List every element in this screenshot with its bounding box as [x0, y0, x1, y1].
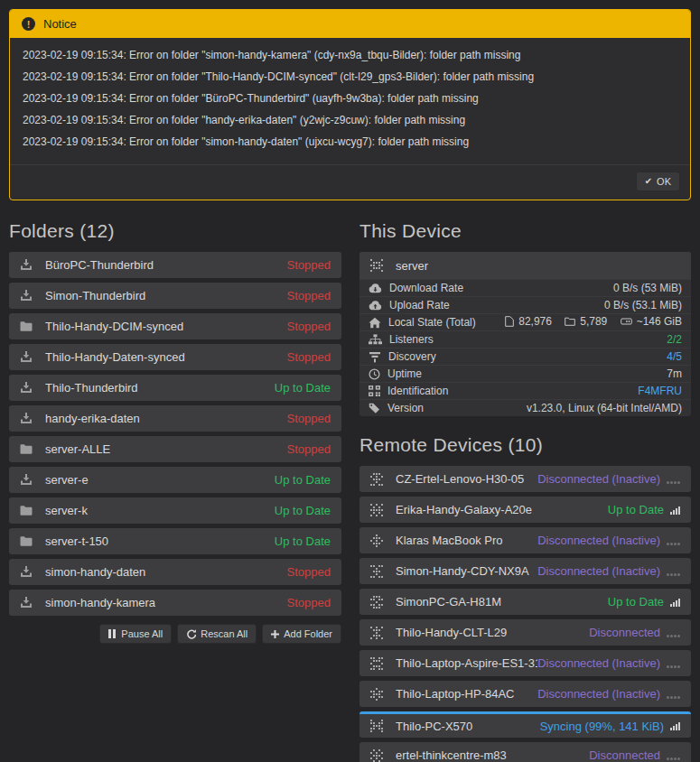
remote-device-row[interactable]: Simon-Handy-CDY-NX9A Disconnected (Inact… [359, 558, 691, 584]
ok-button-label: OK [657, 176, 671, 187]
folder-status: Stopped [287, 289, 331, 302]
remote-device-row[interactable]: SimonPC-GA-H81M Up to Date [359, 589, 691, 615]
row-label: Uptime [387, 367, 422, 380]
notice-title: Notice [43, 17, 77, 31]
pause-icon [108, 629, 117, 638]
remote-device-row[interactable]: Thilo-PC-X570 Syncing (99%, 141 KiB) [359, 711, 691, 738]
discovery-icon [369, 351, 381, 363]
signal-strength-icon [667, 475, 680, 484]
folder-type-icon [20, 259, 33, 271]
local-state-value: 82,976 5,789 ~146 GiB [495, 315, 682, 330]
remote-device-row[interactable]: Klaras MacBook Pro Disconnected (Inactiv… [359, 527, 691, 553]
folder-status: Stopped [287, 258, 331, 272]
notice-message: 2023-02-19 09:15:34: Error on folder "si… [23, 137, 677, 147]
folder-name: server-e [45, 473, 275, 487]
check-icon: ✔ [645, 177, 652, 186]
rescan-all-button[interactable]: Rescan All [177, 624, 257, 644]
remote-device-row[interactable]: CZ-Ertel-Lenovo-H30-05 Disconnected (Ina… [359, 466, 691, 492]
pause-all-button[interactable]: Pause All [99, 624, 172, 644]
device-name: Thilo-Laptop-HP-84AC [396, 687, 537, 701]
folder-row[interactable]: Simon-Thunderbird Stopped [9, 283, 341, 309]
local-state-size: ~146 GiB [637, 315, 682, 328]
qrcode-icon [369, 386, 380, 396]
device-info-row: Upload Rate 0 B/s (53.1 MiB) [359, 296, 691, 313]
device-identicon [370, 749, 383, 762]
folder-row[interactable]: Thilo-Handy-DCIM-synced Stopped [9, 313, 341, 339]
row-value: 0 B/s (53 MiB) [613, 282, 682, 294]
folder-name: server-t-150 [45, 534, 275, 548]
row-value: F4MFRU [638, 385, 682, 397]
notice-header: ! Notice [10, 10, 690, 38]
folder-row[interactable]: server-k Up to Date [9, 497, 341, 524]
device-identicon [370, 596, 383, 609]
device-name: ertel-thinkcentre-m83 [396, 748, 589, 762]
remote-device-row[interactable]: ertel-thinkcentre-m83 Disconnected [359, 742, 691, 762]
remote-devices-heading: Remote Devices (10) [359, 434, 691, 456]
local-state-files: 82,976 [518, 315, 552, 328]
device-status: Disconnected [589, 626, 660, 639]
folder-status: Stopped [287, 350, 331, 364]
folder-row[interactable]: server-e Up to Date [9, 467, 341, 493]
notice-ok-button[interactable]: ✔ OK [636, 172, 680, 191]
row-label: Listeners [389, 333, 434, 346]
folder-status: Stopped [287, 320, 331, 333]
device-status: Up to Date [608, 503, 664, 516]
notice-message: 2023-02-19 09:15:34: Error on folder "Th… [23, 72, 677, 82]
device-identicon [370, 657, 383, 670]
signal-strength-icon [667, 659, 680, 668]
folder-row[interactable]: simon-handy-daten Stopped [9, 559, 341, 585]
folder-row[interactable]: handy-erika-daten Stopped [9, 405, 341, 432]
row-value: 0 B/s (53.1 MiB) [604, 299, 682, 311]
this-device-panel: server Download Rate 0 B/s (53 MiB) Uplo… [359, 252, 691, 416]
this-device-header[interactable]: server [359, 252, 691, 279]
folder-name: server-ALLE [45, 442, 287, 456]
remote-device-row[interactable]: Erika-Handy-Galaxy-A20e Up to Date [359, 497, 691, 523]
device-name: Erika-Handy-Galaxy-A20e [396, 503, 608, 516]
device-identicon [370, 627, 383, 639]
signal-strength-icon [670, 506, 680, 515]
notice-body: 2023-02-19 09:15:34: Error on folder "si… [10, 38, 690, 164]
row-label: Discovery [388, 350, 436, 363]
remote-device-row[interactable]: Thilo-Laptop-Aspire-ES1-311 Disconnected… [359, 650, 691, 676]
device-name: Simon-Handy-CDY-NX9A [396, 564, 537, 578]
folder-type-icon [20, 413, 33, 424]
folder-row[interactable]: server-ALLE Stopped [9, 436, 341, 462]
notice-message: 2023-02-19 09:15:34: Error on folder "si… [23, 51, 677, 60]
device-info-row: Local State (Total) 82,976 5,789 ~146 Gi… [359, 313, 691, 330]
remote-device-row[interactable]: Thilo-Handy-CLT-L29 Disconnected [359, 619, 691, 646]
pause-all-label: Pause All [121, 628, 163, 639]
device-identicon [370, 565, 383, 578]
this-device-name: server [396, 259, 428, 273]
tag-icon [369, 403, 380, 414]
folder-type-icon [20, 535, 33, 547]
folder-type-icon [20, 290, 33, 302]
folder-status: Stopped [287, 412, 331, 425]
device-identicon [370, 688, 383, 701]
folder-type-icon [20, 351, 33, 363]
folder-status: Stopped [287, 565, 331, 579]
folder-type-icon [20, 474, 33, 486]
folder-row[interactable]: server-t-150 Up to Date [9, 528, 341, 554]
device-status: Disconnected (Inactive) [537, 687, 660, 701]
device-identicon [370, 259, 383, 272]
device-info-row: Discovery 4/5 [359, 348, 691, 365]
folder-row[interactable]: simon-handy-kamera Stopped [9, 590, 341, 616]
folder-row[interactable]: BüroPC-Thunderbird Stopped [9, 252, 341, 278]
folder-status: Up to Date [275, 473, 331, 487]
device-name: Thilo-Laptop-Aspire-ES1-311 [396, 656, 537, 670]
refresh-icon [186, 629, 196, 639]
folder-status: Up to Date [275, 504, 331, 517]
row-label: Upload Rate [389, 299, 450, 311]
folder-type-icon [20, 597, 33, 609]
add-folder-button[interactable]: Add Folder [262, 624, 341, 644]
file-icon [505, 316, 514, 327]
remote-device-row[interactable]: Thilo-Laptop-HP-84AC Disconnected (Inact… [359, 681, 691, 707]
folder-type-icon [20, 321, 33, 332]
signal-strength-icon [667, 567, 680, 576]
hard-disk-icon [621, 316, 632, 327]
signal-strength-icon [667, 751, 680, 760]
folder-row[interactable]: Thilo-Thunderbird Up to Date [9, 375, 341, 401]
folder-row[interactable]: Thilo-Handy-Daten-synced Stopped [9, 344, 341, 370]
folder-status: Up to Date [275, 381, 331, 395]
sitemap-icon [369, 334, 382, 345]
